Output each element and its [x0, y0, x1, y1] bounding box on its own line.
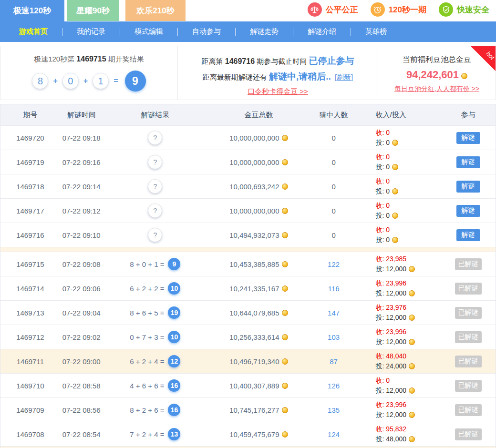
result-cell: 8 + 2 + 6 =16 — [103, 404, 208, 416]
period-number: 1469715 — [16, 260, 44, 268]
solve-button[interactable]: 解谜 — [456, 229, 480, 241]
beans-cell: 10,400,307,889 — [207, 382, 310, 390]
table-row: 146971307-22 09:048 + 6 + 5 =1910,644,07… — [0, 300, 496, 325]
table-header-row: 期号解谜时间解谜结果金豆总数猜中人数收入/投入参与 — [0, 104, 496, 125]
coin-icon — [282, 232, 288, 238]
period-number: 1469711 — [17, 357, 44, 366]
coin-icon — [392, 237, 398, 243]
trust-badge-label: 公平公正 — [326, 4, 358, 15]
bean-pool-section: 当前福利豆池总金豆 94,242,601 每日豆池分红,人人都有份 >> hot — [378, 46, 496, 100]
coin-icon — [282, 208, 288, 214]
income-invest-wrap: 收: 0投: 0 — [376, 202, 399, 220]
beans-total: 10,256,333,614 — [229, 333, 279, 341]
guessers-count[interactable]: 103 — [328, 333, 340, 341]
beans-cell: 10,241,335,167 — [207, 285, 310, 293]
participation-stopped-status: 已停止参与 — [309, 56, 354, 66]
solved-button: 已解谜 — [455, 258, 482, 270]
guessers-cell: 135 — [310, 406, 358, 414]
guessers-count[interactable]: 116 — [328, 285, 340, 293]
trust-badge-0: 公平公正 — [308, 2, 358, 17]
income-line: 收: 0 — [376, 202, 399, 210]
period-number: 1469718 — [16, 183, 44, 191]
period-number: 1469710 — [16, 382, 44, 390]
nav-item-4[interactable]: 解谜走势 — [236, 27, 293, 36]
period-cell: 1469711 — [0, 357, 60, 366]
solved-button: 已解谜 — [455, 356, 482, 367]
top-tabs-row: 极速120秒星耀90秒欢乐210秒 公平公正120秒一期快速安全 — [0, 0, 496, 21]
result-sum-badge: 10 — [168, 282, 180, 295]
action-cell: 已解谜 — [441, 331, 496, 343]
income-cell: 收: 23,996投: 12,000 — [358, 401, 441, 419]
beans-total: 10,453,385,885 — [229, 260, 279, 268]
result-sum-badge: 9 — [168, 258, 180, 270]
game-tab-0-active[interactable]: 极速120秒 — [0, 0, 64, 21]
table-row: 146971007-22 08:584 + 6 + 6 =1610,400,30… — [0, 373, 496, 397]
solved-button: 已解谜 — [455, 404, 482, 416]
income-line: 收: 95,832 — [376, 425, 415, 434]
deadline-line: 距离第 1469716 期参与截止时间 已停止参与 — [178, 55, 378, 67]
guessers-count[interactable]: 126 — [328, 382, 340, 390]
result-formula: 8 + 2 + 6 = — [130, 406, 164, 414]
table-row: 146971507-22 09:088 + 0 + 1 =910,453,385… — [0, 252, 496, 276]
coin-icon — [392, 164, 398, 170]
solved-button: 已解谜 — [455, 331, 482, 343]
period-number: 1469712 — [16, 333, 44, 341]
invest-line: 投: 12,000 — [376, 338, 415, 346]
guessers-count[interactable]: 87 — [330, 357, 338, 366]
trust-badge-1: 120秒一期 — [371, 2, 426, 17]
coin-icon — [409, 412, 415, 418]
info-panel: 极速120秒第 1469715 期开奖结果 8+0+1=9 距离第 146971… — [0, 46, 496, 100]
result-sum-badge: 19 — [168, 306, 180, 319]
guessers-count: 0 — [331, 207, 335, 215]
beans-cell: 10,644,079,685 — [207, 309, 310, 317]
nav-item-3[interactable]: 自动参与 — [178, 27, 235, 36]
nav-item-0[interactable]: 游戏首页 — [5, 27, 62, 36]
period-cell: 1469714 — [0, 285, 60, 293]
income-line: 收: 0 — [376, 377, 415, 385]
latest-result-section: 极速120秒第 1469715 期开奖结果 8+0+1=9 — [0, 46, 178, 100]
time-cell: 07-22 09:06 — [60, 285, 103, 293]
guessers-count[interactable]: 124 — [328, 430, 340, 438]
guessers-count[interactable]: 135 — [328, 406, 340, 414]
nav-item-1[interactable]: 我的记录 — [62, 27, 120, 36]
period-number: 1469719 — [16, 158, 44, 166]
solve-button[interactable]: 解谜 — [456, 132, 480, 144]
promo-password-card-link[interactable]: 口令秒卡得金豆 >> — [248, 87, 308, 96]
section-separator-band — [0, 247, 496, 252]
deadline-suffix: 期参与截止时间 — [257, 57, 307, 65]
beans-total: 10,000,000,000 — [229, 207, 279, 215]
income-invest-wrap: 收: 23,996投: 12,000 — [376, 328, 415, 346]
table-row: 146971407-22 09:066 + 2 + 2 =1010,241,33… — [0, 276, 496, 300]
clock-icon — [371, 2, 385, 17]
income-cell: 收: 0投: 12,000 — [358, 377, 441, 395]
beans-cell: 10,459,475,679 — [207, 430, 310, 438]
refresh-link[interactable]: [刷新] — [335, 73, 353, 81]
game-tab-1[interactable]: 星耀90秒 — [67, 0, 119, 21]
income-invest-wrap: 收: 0投: 0 — [376, 153, 399, 172]
beans-cell: 10,000,000,000 — [207, 207, 310, 215]
trust-badge-label: 120秒一期 — [389, 4, 426, 15]
game-tab-2[interactable]: 欢乐210秒 — [125, 0, 186, 21]
period-cell: 1469718 — [0, 183, 60, 191]
coin-icon — [409, 315, 415, 321]
nav-item-5[interactable]: 解谜介绍 — [293, 27, 351, 36]
guessers-count[interactable]: 122 — [328, 260, 340, 268]
nav-item-6[interactable]: 英雄榜 — [351, 27, 401, 36]
solve-button[interactable]: 解谜 — [456, 156, 480, 168]
result-cell: 4 + 6 + 6 =16 — [103, 379, 208, 392]
daily-dividend-link[interactable]: 每日豆池分红,人人都有份 >> — [394, 85, 479, 93]
time-cell: 07-22 08:54 — [60, 430, 103, 438]
action-cell: 已解谜 — [441, 428, 496, 440]
guessers-cell: 0 — [310, 158, 358, 166]
action-cell: 已解谜 — [441, 307, 496, 319]
nav-item-2[interactable]: 模式编辑 — [120, 27, 177, 36]
invest-line: 投: 48,000 — [376, 435, 415, 444]
solve-button[interactable]: 解谜 — [456, 181, 480, 193]
draw-time: 07-22 09:06 — [62, 285, 101, 293]
result-title-prefix: 极速120秒第 — [34, 55, 74, 63]
solve-button[interactable]: 解谜 — [456, 205, 480, 217]
period-number: 1469720 — [16, 134, 44, 142]
period-cell: 1469720 — [0, 134, 60, 142]
guessers-count[interactable]: 147 — [328, 309, 340, 317]
solved-button: 已解谜 — [455, 428, 482, 440]
